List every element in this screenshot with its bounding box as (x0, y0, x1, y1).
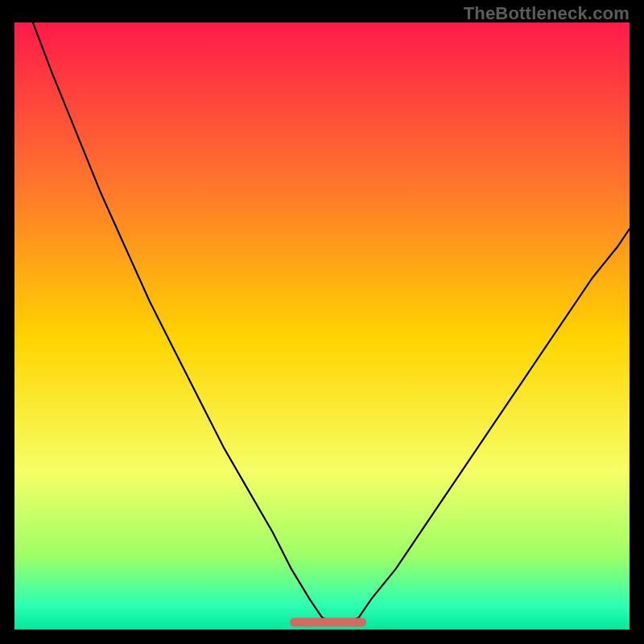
chart-frame: TheBottleneck.com (0, 0, 644, 644)
watermark-text: TheBottleneck.com (464, 3, 630, 24)
bottleneck-chart (14, 23, 630, 630)
gradient-background (14, 23, 630, 630)
plot-area (14, 23, 630, 630)
